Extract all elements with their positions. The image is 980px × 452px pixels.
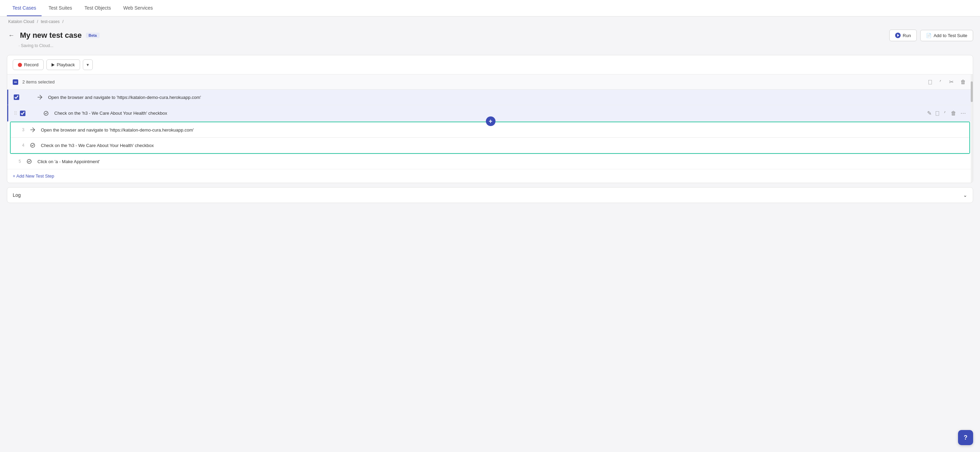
page-title: My new test case [20, 31, 82, 40]
cut-button[interactable]: ✂ [948, 77, 955, 87]
top-nav: Test Cases Test Suites Test Objects Web … [0, 0, 980, 16]
click-icon [25, 157, 33, 165]
step-2-checkbox[interactable] [20, 111, 25, 116]
add-step-label: + Add New Test Step [13, 173, 54, 179]
breadcrumb-sep2: / [62, 19, 63, 24]
scrollbar-thumb[interactable] [971, 81, 973, 102]
run-label: Run [903, 33, 911, 38]
copy-button[interactable]: ⎕ [927, 78, 933, 87]
step-2-text: Check on the 'h3 - We Care About Your He… [54, 111, 926, 116]
run-button[interactable]: Run [889, 30, 917, 41]
breadcrumb-test-cases[interactable]: test-cases [41, 19, 60, 24]
toolbar-chevron-button[interactable]: ▾ [83, 59, 93, 70]
log-chevron-icon: ⌄ [963, 192, 967, 198]
selection-count: 2 items selected [22, 79, 923, 84]
toolbar: Record Playback ▾ [7, 55, 973, 75]
selection-bar: 2 items selected ⎕ ⎖ ✂ 🗑 [7, 75, 973, 90]
tab-test-suites[interactable]: Test Suites [43, 0, 77, 16]
check-circle-icon [42, 109, 50, 117]
chevron-down-icon: ▾ [87, 62, 89, 67]
add-suite-label: Add to Test Suite [934, 33, 967, 38]
step-2-more-btn[interactable]: ⋯ [959, 109, 967, 118]
pasted-group: 3 Open the browser and navigate to 'http… [10, 122, 970, 154]
delete-button[interactable]: 🗑 [959, 78, 967, 87]
select-all-checkbox[interactable] [13, 79, 18, 85]
back-button[interactable]: ← [7, 30, 16, 41]
tab-test-cases[interactable]: Test Cases [7, 0, 41, 16]
tab-test-objects[interactable]: Test Objects [79, 0, 116, 16]
step-3-num: 3 [16, 127, 24, 132]
steps-container: 2 items selected ⎕ ⎖ ✂ 🗑 Open the browse… [7, 75, 973, 183]
add-suite-icon: 📄 [926, 33, 932, 38]
paste-button[interactable]: ⎖ [937, 78, 943, 87]
breadcrumb: Katalon Cloud / test-cases / [0, 16, 980, 27]
page-header: ← My new test case Beta Run 📄 Add to Tes… [0, 27, 980, 43]
step-5-num: 5 [13, 159, 21, 164]
breadcrumb-sep1: / [37, 19, 38, 24]
paste-plus-indicator[interactable]: + [486, 116, 495, 126]
step-2-copy-btn[interactable]: ⎕ [934, 109, 940, 118]
header-left: ← My new test case Beta [7, 30, 100, 41]
step-row: ⠿ Check on the 'h3 - We Care About Your … [7, 105, 973, 122]
step-2-edit-btn[interactable]: ✎ [926, 109, 933, 118]
step-2-paste-btn[interactable]: ⎖ [942, 109, 948, 118]
step-2-actions: ✎ ⎕ ⎖ 🗑 ⋯ [926, 109, 967, 118]
record-dot-icon [18, 63, 22, 67]
log-header[interactable]: Log ⌄ [7, 187, 973, 203]
step-2-delete-btn[interactable]: 🗑 [950, 109, 958, 118]
saving-status: · Saving to Cloud... [0, 43, 980, 51]
header-actions: Run 📄 Add to Test Suite [889, 30, 973, 41]
record-label: Record [24, 62, 38, 67]
tab-web-services[interactable]: Web Services [118, 0, 158, 16]
beta-badge: Beta [86, 33, 100, 38]
step-5-text: Click on 'a - Make Appointment' [37, 159, 967, 164]
playback-label: Playback [57, 62, 75, 67]
step-row: 5 Click on 'a - Make Appointment' [7, 154, 973, 169]
log-section: Log ⌄ [7, 187, 973, 203]
play-icon [51, 63, 55, 67]
step-4-num: 4 [16, 143, 24, 148]
playback-button[interactable]: Playback [46, 59, 80, 70]
main-content: Record Playback ▾ 2 items selected ⎕ ⎖ ✂… [0, 51, 980, 210]
step-4-text: Check on the 'h3 - We Care About Your He… [41, 143, 964, 148]
step-row: 4 Check on the 'h3 - We Care About Your … [11, 138, 969, 153]
step-3-text: Open the browser and navigate to 'https:… [41, 127, 964, 133]
add-test-step-button[interactable]: + Add New Test Step [7, 169, 973, 183]
step-1-checkbox[interactable] [14, 94, 19, 100]
step-1-text: Open the browser and navigate to 'https:… [48, 95, 967, 100]
record-button[interactable]: Record [13, 59, 44, 70]
step-row: Open the browser and navigate to 'https:… [7, 90, 973, 105]
drag-handle-icon[interactable]: ⠿ [14, 111, 17, 116]
scrollbar[interactable] [971, 75, 973, 183]
breadcrumb-katalon[interactable]: Katalon Cloud [8, 19, 34, 24]
navigate-icon [36, 93, 44, 102]
test-panel: Record Playback ▾ 2 items selected ⎕ ⎖ ✂… [7, 55, 973, 183]
log-label: Log [13, 192, 21, 198]
check-circle-icon [29, 141, 37, 149]
run-icon [895, 33, 900, 38]
navigate-icon [29, 126, 37, 134]
add-to-test-suite-button[interactable]: 📄 Add to Test Suite [920, 30, 973, 41]
